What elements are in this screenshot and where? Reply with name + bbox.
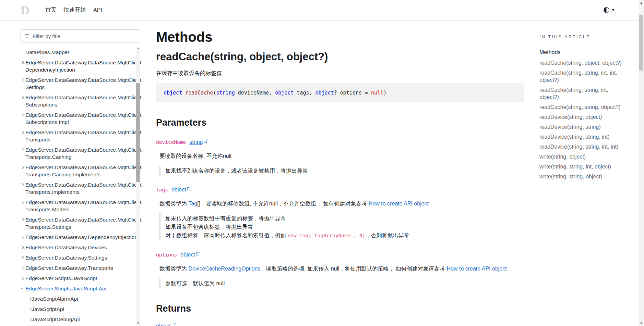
note-line: 参数可选，默认值为 null [165,279,524,288]
chevron-right-icon[interactable] [21,275,25,282]
chevron-right-icon[interactable] [21,94,25,108]
sidebar-tree-item[interactable]: IJavaScriptDebugApi [21,314,134,324]
sidebar-tree-item[interactable]: EdgeServer.DataGateway.DataSource.MqttCl… [21,75,134,92]
sidebar-tree-item[interactable]: EdgeServer.DataGateway.Settings [21,253,134,263]
parameter-name-row: optionsobject [156,252,524,258]
sidebar-tree-item[interactable]: IJavaScriptApi [21,304,134,314]
chevron-right-icon[interactable] [21,76,25,91]
chevron-right-icon[interactable] [21,164,25,178]
sidebar-tree-item[interactable]: EdgeServer.DataGateway.DataSource.MqttCl… [21,92,134,110]
toc-link[interactable]: readDevice(string, object) [539,113,628,121]
sidebar-item-label: EdgeServer.DataGateway.DependencyInjecti… [25,234,138,241]
sidebar-scrollbar-thumb[interactable] [136,83,140,182]
browser-scrollbar-thumb[interactable] [639,15,643,71]
sidebar-tree-item[interactable]: EdgeServer.DataGateway.DataSource.MqttCl… [21,58,134,75]
scroll-down-arrow-icon[interactable]: ▼ [136,321,140,325]
sidebar-tree-item[interactable]: IJavaScriptAlarmApi [21,294,134,304]
chevron-right-icon[interactable] [21,111,25,126]
sidebar-tree-item[interactable]: EdgeServer.DataGateway.DataSource.MqttCl… [21,162,134,179]
method-signature: object readCache(string deviceName, obje… [164,90,386,96]
chevron-right-icon[interactable] [21,199,25,213]
theme-toggle-button[interactable] [602,6,616,14]
browser-scrollbar: ▲ ▼ [639,0,644,326]
toc-link[interactable]: readDevice(string, string) [539,123,628,130]
note-line: 如果找不到该名称的设备，或者该设备被禁用，将抛出异常 [165,166,524,175]
returns-type-link[interactable]: object [156,323,176,326]
chevron-down-icon[interactable] [21,285,25,292]
parameter-description: 数据类型为 Tag[]。要读取的标签数组, 不允许null，不允许空数组， 如何… [159,200,522,208]
filter-input[interactable] [21,29,141,42]
sidebar-tree-item[interactable]: EdgeServer.DataGateway.DataSource.MqttCl… [21,127,134,145]
parameter-description: 数据类型为 DeviceCacheReadingOptions。读取策略的选项,… [159,265,522,273]
toc-link[interactable]: readCache(string, string, int, int, obje… [539,69,628,84]
filter-box [21,29,141,42]
chevron-right-icon[interactable] [21,216,25,230]
toc-link[interactable]: write(string, string, int, object) [539,163,628,170]
chevron-right-icon[interactable] [21,59,25,73]
sidebar-tree-item[interactable]: EdgeServer.Scripts.JavaScript [21,273,134,283]
toc-list: MethodsreadCache(string, object, object?… [539,49,628,180]
sidebar-tree-item[interactable]: EdgeServer.DataGateway.DependencyInjecti… [21,232,134,242]
text-segment: object [164,90,182,96]
parameter-type-link[interactable]: object [171,187,191,192]
sidebar-tree-item[interactable]: EdgeServer.DataGateway.DataSource.MqttCl… [21,215,134,232]
sidebar-tree-item[interactable]: EdgeServer.Scripts.JavaScript.Api [21,284,134,293]
parameter-type-link[interactable]: object [180,252,200,258]
sidebar-tree-item[interactable]: EdgeServer.DataGateway.DataSource.MqttCl… [21,145,134,162]
scroll-up-arrow-icon[interactable]: ▲ [639,0,644,5]
toc-link[interactable]: write(string, object) [539,153,628,160]
content-link[interactable]: DeviceCacheReadingOptions [188,266,260,272]
top-navbar: D 首页 快速开始 API [0,0,639,21]
toc-link[interactable]: readCache(string, object, object?) [539,59,628,66]
content-link[interactable]: How to create API object [447,266,507,272]
sidebar-tree-item[interactable]: EdgeServer.DataGateway.DataSource.MqttCl… [21,180,134,197]
toc-section-label[interactable]: Methods [539,49,628,56]
sidebar-tree-item[interactable]: EdgeServer.DataGateway.DataSource.MqttCl… [21,110,134,127]
chevron-right-icon[interactable] [21,146,25,161]
text-segment: 数据类型为 [159,201,188,206]
toc-link[interactable]: readCache(string, string, object?) [539,103,628,111]
parameter-description: 要读取的设备名称, 不允许null [159,152,522,160]
sidebar-item-label: EdgeServer.DataGateway.DataSource.MqttCl… [25,111,143,126]
sidebar-tree-item[interactable]: IJavaScriptDeviceApi [21,325,134,326]
external-link-icon [172,323,176,326]
chevron-right-icon[interactable] [21,129,25,143]
code-block: object readCache(string deviceName, obje… [156,83,524,102]
chevron-right-icon[interactable] [21,234,25,241]
main-content: Methods readCache(string, object, object… [156,21,524,326]
text-segment: 参数可选，默认值为 null [165,280,225,286]
returns-heading: Returns [156,303,524,314]
parameter-type-link[interactable]: string [189,139,207,145]
chevron-right-icon[interactable] [21,244,25,251]
toc-link[interactable]: readDevice(string, string, int, int) [539,143,628,150]
scroll-up-arrow-icon[interactable]: ▲ [136,47,140,51]
parameter-name-row: tagsobject [156,187,524,193]
text-segment: 如果找不到该名称的设备，或者该设备被禁用，将抛出异常 [165,168,308,174]
chevron-right-icon[interactable] [21,264,25,272]
toc-link[interactable]: write(string, string, object) [539,173,628,180]
sidebar-tree-item[interactable]: EdgeServer.DataGateway.Devices [21,242,134,252]
text-segment: ，否则将抛出异常 [365,233,409,238]
text-segment: 数据类型为 [159,266,188,272]
content-link[interactable]: How to create API object [369,201,429,206]
scroll-down-arrow-icon[interactable]: ▼ [639,321,644,326]
nav-link-api[interactable]: API [93,7,102,13]
chevron-right-icon[interactable] [21,181,25,196]
sidebar-tree-item[interactable]: EdgeServer.DataGateway.Transports [21,263,134,273]
chevron-right-icon[interactable] [21,254,25,261]
text-segment: ( [213,90,216,96]
sidebar-tree-item[interactable]: DataPipes.Mapper [21,47,134,57]
toc-link[interactable]: readDevice(string, string, int) [539,133,628,140]
content-link[interactable]: Tag [188,201,197,206]
sidebar-tree-item[interactable]: EdgeServer.DataGateway.DataSource.MqttCl… [21,197,134,214]
sidebar-item-label: EdgeServer.DataGateway.DataSource.MqttCl… [25,164,143,178]
nav-link-home[interactable]: 首页 [45,7,56,14]
text-segment: tags, [294,90,315,96]
nav-link-quickstart[interactable]: 快速开始 [64,7,86,14]
returns-type-row: object [156,323,524,326]
toc-link[interactable]: readCache(string, string, int, object?) [539,86,628,101]
note-line: 如果传入的标签数组中有重复的标签，将抛出异常 [165,214,524,223]
d-logo[interactable]: D [21,4,29,16]
sidebar-item-label: EdgeServer.DataGateway.DataSource.MqttCl… [25,76,143,91]
text-segment: 。读取策略的选项, 如果传入 null，将使用默认的策略， 如何创建对象请参考 [260,266,446,272]
